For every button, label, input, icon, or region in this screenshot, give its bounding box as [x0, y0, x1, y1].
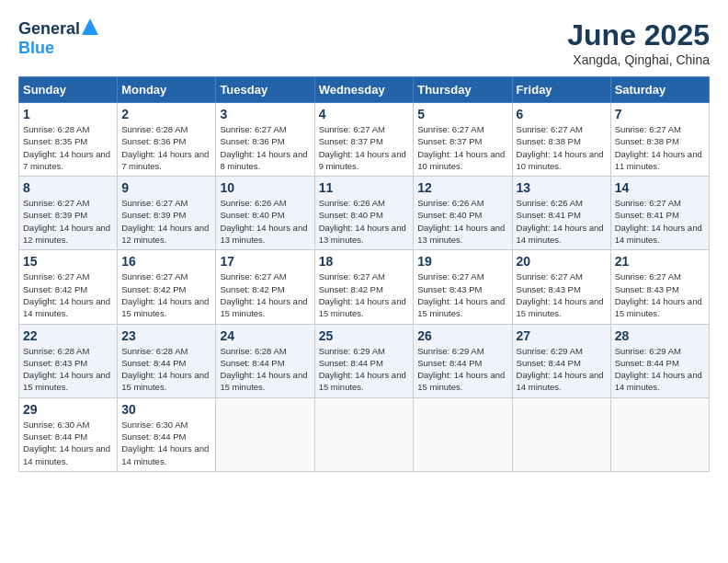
day-info: Sunrise: 6:27 AMSunset: 8:43 PMDaylight:…: [417, 270, 507, 319]
day-number: 21: [615, 254, 705, 269]
table-row: [314, 397, 414, 471]
day-info: Sunrise: 6:27 AMSunset: 8:38 PMDaylight:…: [615, 123, 705, 172]
day-info: Sunrise: 6:27 AMSunset: 8:43 PMDaylight:…: [517, 270, 607, 319]
day-info: Sunrise: 6:26 AMSunset: 8:41 PMDaylight:…: [517, 197, 607, 246]
day-info: Sunrise: 6:27 AMSunset: 8:42 PMDaylight:…: [121, 270, 211, 319]
day-info: Sunrise: 6:26 AMSunset: 8:40 PMDaylight:…: [319, 197, 410, 246]
day-number: 16: [121, 254, 211, 269]
day-info: Sunrise: 6:28 AMSunset: 8:44 PMDaylight:…: [121, 345, 211, 394]
day-info: Sunrise: 6:28 AMSunset: 8:43 PMDaylight:…: [23, 345, 113, 394]
table-row: 22Sunrise: 6:28 AMSunset: 8:43 PMDayligh…: [19, 324, 118, 397]
day-info: Sunrise: 6:27 AMSunset: 8:43 PMDaylight:…: [615, 270, 705, 319]
day-info: Sunrise: 6:27 AMSunset: 8:37 PMDaylight:…: [319, 123, 410, 172]
day-number: 28: [615, 328, 705, 343]
logo: General Blue: [18, 18, 98, 58]
day-number: 8: [23, 180, 113, 195]
table-row: [414, 397, 512, 471]
table-row: 29Sunrise: 6:30 AMSunset: 8:44 PMDayligh…: [19, 397, 118, 471]
table-row: 20Sunrise: 6:27 AMSunset: 8:43 PMDayligh…: [512, 250, 610, 324]
day-info: Sunrise: 6:30 AMSunset: 8:44 PMDaylight:…: [121, 419, 211, 467]
table-row: [216, 397, 314, 471]
header-monday: Monday: [118, 77, 216, 103]
table-row: 15Sunrise: 6:27 AMSunset: 8:42 PMDayligh…: [19, 250, 118, 324]
day-number: 10: [220, 180, 310, 195]
table-row: 14Sunrise: 6:27 AMSunset: 8:41 PMDayligh…: [610, 177, 709, 250]
day-info: Sunrise: 6:28 AMSunset: 8:36 PMDaylight:…: [121, 123, 211, 172]
day-number: 27: [517, 328, 607, 343]
day-number: 20: [517, 254, 607, 269]
calendar-week-row: 8Sunrise: 6:27 AMSunset: 8:39 PMDaylight…: [19, 177, 710, 250]
calendar-week-row: 1Sunrise: 6:28 AMSunset: 8:35 PMDaylight…: [19, 103, 710, 177]
calendar-week-row: 29Sunrise: 6:30 AMSunset: 8:44 PMDayligh…: [19, 397, 710, 471]
day-number: 30: [121, 402, 211, 417]
header-saturday: Saturday: [610, 77, 709, 103]
day-number: 3: [220, 107, 310, 121]
table-row: 21Sunrise: 6:27 AMSunset: 8:43 PMDayligh…: [610, 250, 709, 324]
day-number: 15: [23, 254, 113, 269]
svg-marker-0: [82, 18, 98, 35]
day-number: 13: [517, 180, 607, 195]
table-row: 25Sunrise: 6:29 AMSunset: 8:44 PMDayligh…: [314, 324, 414, 397]
day-info: Sunrise: 6:27 AMSunset: 8:42 PMDaylight:…: [23, 270, 113, 319]
table-row: 16Sunrise: 6:27 AMSunset: 8:42 PMDayligh…: [118, 250, 216, 324]
day-number: 14: [615, 180, 705, 195]
day-info: Sunrise: 6:27 AMSunset: 8:42 PMDaylight:…: [319, 270, 410, 319]
day-info: Sunrise: 6:29 AMSunset: 8:44 PMDaylight:…: [417, 345, 507, 394]
day-info: Sunrise: 6:27 AMSunset: 8:38 PMDaylight:…: [517, 123, 607, 172]
calendar-week-row: 15Sunrise: 6:27 AMSunset: 8:42 PMDayligh…: [19, 250, 710, 324]
page-header: General Blue June 2025 Xangda, Qinghai, …: [18, 18, 710, 67]
table-row: 12Sunrise: 6:26 AMSunset: 8:40 PMDayligh…: [414, 177, 512, 250]
table-row: 19Sunrise: 6:27 AMSunset: 8:43 PMDayligh…: [414, 250, 512, 324]
table-row: 8Sunrise: 6:27 AMSunset: 8:39 PMDaylight…: [19, 177, 118, 250]
table-row: [512, 397, 610, 471]
logo-blue: Blue: [18, 39, 54, 57]
table-row: 1Sunrise: 6:28 AMSunset: 8:35 PMDaylight…: [19, 103, 118, 177]
header-wednesday: Wednesday: [314, 77, 414, 103]
day-number: 29: [23, 402, 113, 417]
day-number: 11: [319, 180, 410, 195]
table-row: 18Sunrise: 6:27 AMSunset: 8:42 PMDayligh…: [314, 250, 414, 324]
table-row: 6Sunrise: 6:27 AMSunset: 8:38 PMDaylight…: [512, 103, 610, 177]
day-number: 9: [121, 180, 211, 195]
day-info: Sunrise: 6:26 AMSunset: 8:40 PMDaylight:…: [417, 197, 507, 246]
title-section: June 2025 Xangda, Qinghai, China: [567, 18, 710, 67]
table-row: 30Sunrise: 6:30 AMSunset: 8:44 PMDayligh…: [118, 397, 216, 471]
day-number: 23: [121, 328, 211, 343]
day-info: Sunrise: 6:29 AMSunset: 8:44 PMDaylight:…: [517, 345, 607, 394]
day-info: Sunrise: 6:27 AMSunset: 8:37 PMDaylight:…: [417, 123, 507, 172]
month-title: June 2025: [567, 18, 710, 52]
header-friday: Friday: [512, 77, 610, 103]
day-number: 25: [319, 328, 410, 343]
day-number: 12: [417, 180, 507, 195]
day-info: Sunrise: 6:26 AMSunset: 8:40 PMDaylight:…: [220, 197, 310, 246]
location: Xangda, Qinghai, China: [567, 52, 710, 67]
day-number: 7: [615, 107, 705, 121]
table-row: 26Sunrise: 6:29 AMSunset: 8:44 PMDayligh…: [414, 324, 512, 397]
day-info: Sunrise: 6:27 AMSunset: 8:42 PMDaylight:…: [220, 270, 310, 319]
table-row: 11Sunrise: 6:26 AMSunset: 8:40 PMDayligh…: [314, 177, 414, 250]
day-number: 22: [23, 328, 113, 343]
table-row: 10Sunrise: 6:26 AMSunset: 8:40 PMDayligh…: [216, 177, 314, 250]
day-info: Sunrise: 6:29 AMSunset: 8:44 PMDaylight:…: [615, 345, 705, 394]
table-row: 5Sunrise: 6:27 AMSunset: 8:37 PMDaylight…: [414, 103, 512, 177]
calendar-week-row: 22Sunrise: 6:28 AMSunset: 8:43 PMDayligh…: [19, 324, 710, 397]
day-info: Sunrise: 6:28 AMSunset: 8:35 PMDaylight:…: [23, 123, 113, 172]
table-row: 17Sunrise: 6:27 AMSunset: 8:42 PMDayligh…: [216, 250, 314, 324]
day-info: Sunrise: 6:27 AMSunset: 8:39 PMDaylight:…: [121, 197, 211, 246]
day-number: 17: [220, 254, 310, 269]
calendar-header-row: Sunday Monday Tuesday Wednesday Thursday…: [19, 77, 710, 103]
day-info: Sunrise: 6:28 AMSunset: 8:44 PMDaylight:…: [220, 345, 310, 394]
day-number: 2: [121, 107, 211, 121]
day-number: 4: [319, 107, 410, 121]
table-row: 2Sunrise: 6:28 AMSunset: 8:36 PMDaylight…: [118, 103, 216, 177]
header-sunday: Sunday: [19, 77, 118, 103]
day-number: 26: [417, 328, 507, 343]
day-number: 6: [517, 107, 607, 121]
table-row: 3Sunrise: 6:27 AMSunset: 8:36 PMDaylight…: [216, 103, 314, 177]
table-row: 7Sunrise: 6:27 AMSunset: 8:38 PMDaylight…: [610, 103, 709, 177]
day-info: Sunrise: 6:27 AMSunset: 8:36 PMDaylight:…: [220, 123, 310, 172]
table-row: 28Sunrise: 6:29 AMSunset: 8:44 PMDayligh…: [610, 324, 709, 397]
table-row: 24Sunrise: 6:28 AMSunset: 8:44 PMDayligh…: [216, 324, 314, 397]
header-thursday: Thursday: [414, 77, 512, 103]
table-row: 9Sunrise: 6:27 AMSunset: 8:39 PMDaylight…: [118, 177, 216, 250]
